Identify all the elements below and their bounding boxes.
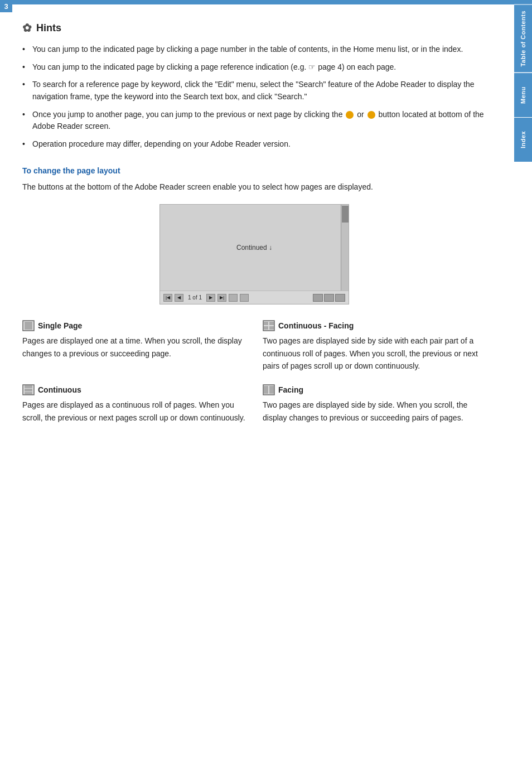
toolbar-layout-btn-2[interactable] xyxy=(324,294,334,302)
hints-heading: Hints xyxy=(36,22,61,34)
hints-icon: ✿ xyxy=(22,21,32,35)
toolbar-page-info: 1 of 1 xyxy=(188,294,202,301)
facing-icon xyxy=(263,384,275,395)
mode-single-page: Single Page Pages are displayed one at a… xyxy=(22,320,246,372)
mode-continuous-facing-title: Continuous - Facing xyxy=(263,320,486,331)
toolbar-last-btn[interactable]: ▶| xyxy=(217,294,226,302)
mode-facing-title: Facing xyxy=(263,384,486,395)
mode-continuous-title: Continuous xyxy=(22,384,246,395)
svg-rect-6 xyxy=(269,326,274,330)
toolbar-layout-btn-3[interactable] xyxy=(335,294,345,302)
page-number: 3 xyxy=(0,0,12,12)
svg-rect-13 xyxy=(269,386,274,394)
toolbar-next-btn[interactable]: ▶ xyxy=(206,294,215,302)
toolbar-right-group xyxy=(313,294,345,302)
mode-facing-desc: Two pages are displayed side by side. Wh… xyxy=(263,399,486,424)
toolbar-view-btn-2[interactable] xyxy=(240,294,249,302)
hint-item-2: You can jump to the indicated page by cl… xyxy=(22,61,486,74)
sidebar-tab-index[interactable]: Index xyxy=(514,117,532,162)
svg-rect-8 xyxy=(25,385,32,388)
continuous-facing-icon xyxy=(263,320,275,331)
hints-list: You can jump to the indicated page by cl… xyxy=(22,43,486,151)
mode-continuous-label: Continuous xyxy=(38,385,81,394)
forward-circle-icon xyxy=(367,111,375,119)
mode-single-page-desc: Pages are displayed one at a time. When … xyxy=(22,335,246,360)
mode-facing: Facing Two pages are displayed side by s… xyxy=(263,384,486,424)
mode-facing-label: Facing xyxy=(278,385,303,394)
page-modes-grid: Single Page Pages are displayed one at a… xyxy=(22,320,486,436)
toolbar-view-btn-1[interactable] xyxy=(229,294,238,302)
sidebar-tab-table-of-contents[interactable]: Table of Contents xyxy=(514,4,532,72)
svg-rect-4 xyxy=(269,322,274,325)
reader-toolbar: |◀ ◀ 1 of 1 ▶ ▶| xyxy=(160,291,349,304)
reader-scroll-thumb xyxy=(342,206,349,223)
svg-rect-1 xyxy=(25,322,32,330)
svg-rect-3 xyxy=(264,322,268,325)
mode-continuous-facing: Continuous - Facing Two pages are displa… xyxy=(263,320,486,372)
reader-content: Continued ↓ xyxy=(160,205,349,291)
back-circle-icon xyxy=(346,111,354,119)
svg-rect-12 xyxy=(264,386,268,394)
hint-item-1: You can jump to the indicated page by cl… xyxy=(22,43,486,56)
mode-continuous-facing-desc: Two pages are displayed side by side wit… xyxy=(263,335,486,372)
hint-item-4: Once you jump to another page, you can j… xyxy=(22,109,486,133)
hints-title: ✿ Hints xyxy=(22,21,486,35)
mode-single-page-title: Single Page xyxy=(22,320,246,331)
mode-continuous-desc: Pages are displayed as a continuous roll… xyxy=(22,399,246,424)
toolbar-first-btn[interactable]: |◀ xyxy=(163,294,172,302)
toolbar-prev-btn[interactable]: ◀ xyxy=(175,294,183,302)
reader-scrollbar xyxy=(341,205,349,291)
single-page-icon xyxy=(22,320,35,331)
top-bar: 3 xyxy=(0,0,532,4)
reader-screenshot: Continued ↓ |◀ ◀ 1 of 1 ▶ ▶| xyxy=(159,204,349,304)
mode-continuous: Continuous Pages are displayed as a cont… xyxy=(22,384,246,424)
right-sidebar: Table of Contents Menu Index xyxy=(514,4,532,162)
hint-item-5: Operation procedure may differ, dependin… xyxy=(22,138,486,151)
mode-single-page-label: Single Page xyxy=(38,321,82,330)
svg-rect-10 xyxy=(25,392,32,394)
continued-text: Continued ↓ xyxy=(236,244,272,252)
mode-continuous-facing-label: Continuous - Facing xyxy=(278,321,354,330)
main-content: ✿ Hints You can jump to the indicated pa… xyxy=(0,4,514,453)
toolbar-layout-btn-1[interactable] xyxy=(313,294,323,302)
svg-rect-9 xyxy=(25,389,32,391)
hint-item-3: To search for a reference page by keywor… xyxy=(22,79,486,103)
section-heading: To change the page layout xyxy=(22,166,486,175)
continuous-icon xyxy=(22,384,35,395)
svg-rect-5 xyxy=(264,326,268,330)
sidebar-tab-menu[interactable]: Menu xyxy=(514,72,532,117)
section-description: The buttons at the bottom of the Adobe R… xyxy=(22,181,486,193)
